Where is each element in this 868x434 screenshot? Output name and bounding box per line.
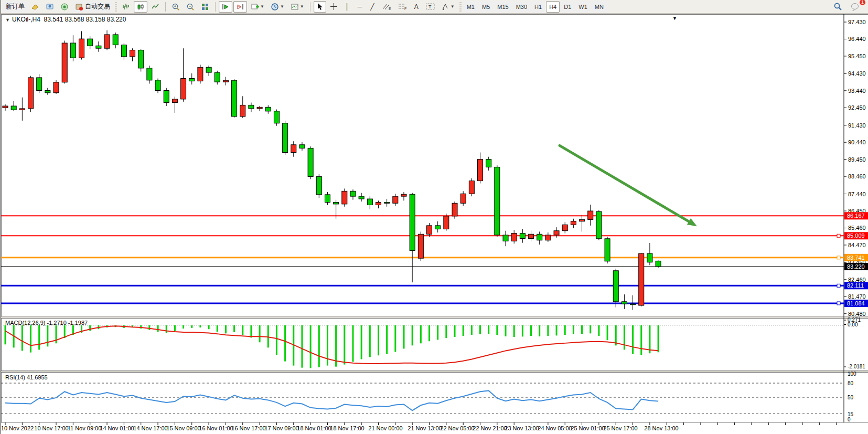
- svg-text:85.460: 85.460: [848, 225, 866, 231]
- tab-timeframe-m5[interactable]: M5: [479, 1, 493, 13]
- time-axis-label: 28 Nov 13:00: [644, 425, 678, 431]
- time-axis-label: 25 Nov 17:00: [603, 425, 637, 431]
- price-line-badge: 81.084: [844, 300, 868, 307]
- rsi-indicator-label: RSI(14) 41.6955: [5, 374, 48, 380]
- time-axis-label: 16 Nov 01:00: [199, 425, 233, 431]
- price-line-badge: 83.741: [844, 254, 868, 261]
- shift-marker: ▼: [672, 16, 677, 21]
- price-line-badge: 85.009: [844, 232, 868, 239]
- vertical-line-icon[interactable]: │: [341, 1, 353, 13]
- price-line-badge: 83.220: [844, 263, 868, 270]
- price-chart-canvas[interactable]: 97.43096.44095.45094.43093.44092.45091.4…: [1, 14, 868, 434]
- macd-indicator-label: MACD(12,26,9) -1.2710 -1.1987: [5, 320, 88, 326]
- time-axis-label: 23 Nov 13:00: [505, 425, 539, 431]
- crosshair-icon[interactable]: [327, 1, 340, 13]
- tile-windows-icon[interactable]: [198, 1, 212, 13]
- time-axis-label: 16 Nov 17:00: [231, 425, 265, 431]
- line-chart-icon[interactable]: [148, 1, 162, 13]
- arrows-icon[interactable]: ▼: [438, 1, 457, 13]
- time-axis-label: 24 Nov 05:00: [538, 425, 572, 431]
- time-axis[interactable]: 10 Nov 202210 Nov 17:0011 Nov 09:0014 No…: [1, 422, 837, 431]
- notification-badge: 1: [859, 0, 866, 6]
- collapse-arrow-icon[interactable]: ▼: [5, 17, 10, 23]
- svg-text:90.440: 90.440: [848, 139, 866, 145]
- template-icon: [291, 3, 299, 11]
- tab-timeframe-w1[interactable]: W1: [575, 1, 591, 13]
- svg-text:-2.0181: -2.0181: [848, 364, 865, 369]
- new-chart-button[interactable]: ▼: [248, 1, 267, 13]
- new-order-button[interactable]: 新订单: [3, 1, 27, 13]
- period-clock-icon: [271, 3, 279, 11]
- auto-trading-icon: [75, 3, 83, 11]
- time-axis-label: 15 Nov 09:00: [166, 425, 200, 431]
- svg-text:50: 50: [848, 395, 854, 400]
- chart-title: ▼UKOil-,H4 83.541 83.568 83.158 83.220: [5, 16, 126, 23]
- tab-timeframe-mn[interactable]: MN: [592, 1, 607, 13]
- time-axis-label: 21 Nov 13:00: [408, 425, 442, 431]
- svg-text:86.167: 86.167: [847, 213, 865, 219]
- market-watch-icon[interactable]: [43, 1, 57, 13]
- tab-timeframe-m30[interactable]: M30: [513, 1, 530, 13]
- cursor-icon[interactable]: [314, 1, 326, 13]
- time-axis-label: 18 Nov 17:00: [330, 425, 364, 431]
- mt4-window: 新订单 自动交易 ▼: [0, 0, 868, 434]
- price-line-badge: 82.111: [844, 282, 868, 289]
- bar-chart-icon[interactable]: [119, 1, 133, 13]
- signals-icon[interactable]: [58, 1, 71, 13]
- time-axis-label: 17 Nov 09:00: [264, 425, 298, 431]
- time-axis-label: 25 Nov 01:00: [571, 425, 605, 431]
- fibonacci-icon[interactable]: F: [395, 1, 410, 13]
- svg-text:81.470: 81.470: [848, 293, 866, 300]
- svg-text:83.220: 83.220: [847, 263, 865, 270]
- svg-text:82.111: 82.111: [847, 282, 864, 289]
- new-chart-icon: [251, 3, 259, 11]
- tab-timeframe-m1[interactable]: M1: [464, 1, 478, 13]
- auto-scroll-icon[interactable]: [219, 1, 232, 13]
- svg-text:93.440: 93.440: [848, 88, 866, 94]
- time-axis-label: 21 Nov 00:00: [368, 425, 402, 431]
- template-button[interactable]: ▼: [288, 1, 307, 13]
- chat-icon[interactable]: 1: [848, 1, 863, 13]
- equidistant-channel-icon[interactable]: E: [379, 1, 394, 13]
- trade-history-icon[interactable]: [28, 1, 42, 13]
- svg-text:82.460: 82.460: [848, 277, 866, 283]
- text-icon[interactable]: A: [411, 1, 422, 13]
- search-icon[interactable]: [831, 1, 845, 13]
- chart-shift-icon[interactable]: [233, 1, 247, 13]
- time-axis-label: 11 Nov 09:00: [68, 425, 102, 431]
- tab-timeframe-m15[interactable]: M15: [494, 1, 511, 13]
- trendline-icon[interactable]: ╱: [367, 1, 378, 13]
- tab-timeframe-h1[interactable]: H1: [531, 1, 545, 13]
- svg-text:84.470: 84.470: [848, 242, 866, 248]
- toolbar: 新订单 自动交易 ▼: [1, 0, 868, 14]
- svg-text:83.741: 83.741: [847, 255, 865, 261]
- zoom-in-icon[interactable]: [169, 1, 183, 13]
- time-axis-label: 14 Nov 17:00: [133, 425, 167, 431]
- svg-text:0: 0: [848, 417, 851, 422]
- tab-timeframe-h4[interactable]: H4: [546, 1, 560, 13]
- svg-text:85.009: 85.009: [847, 232, 865, 239]
- svg-text:F: F: [404, 7, 406, 10]
- svg-text:87.440: 87.440: [848, 191, 866, 197]
- svg-text:97.430: 97.430: [848, 19, 866, 25]
- svg-text:96.440: 96.440: [848, 36, 866, 42]
- svg-text:95.450: 95.450: [848, 53, 866, 59]
- svg-text:T: T: [428, 4, 432, 9]
- time-axis-label: 22 Nov 21:00: [473, 425, 507, 431]
- zoom-out-icon[interactable]: [184, 1, 197, 13]
- tab-timeframe-d1[interactable]: D1: [561, 1, 574, 13]
- candlestick-chart-icon[interactable]: [134, 1, 147, 13]
- time-axis-label: 10 Nov 2022: [1, 425, 34, 431]
- ohlc-readout: 83.541 83.568 83.158 83.220: [44, 16, 126, 23]
- toolbar-grip: [115, 2, 117, 12]
- horizontal-line-icon[interactable]: ─: [354, 1, 366, 13]
- svg-text:91.430: 91.430: [848, 122, 866, 129]
- period-clock-button[interactable]: ▼: [268, 1, 287, 13]
- svg-text:88.460: 88.460: [848, 173, 866, 179]
- toolbar-grip: [459, 2, 462, 12]
- auto-trading-label: 自动交易: [85, 2, 110, 11]
- svg-text:15: 15: [848, 411, 854, 417]
- text-label-icon[interactable]: T: [423, 1, 437, 13]
- auto-trading-button[interactable]: 自动交易: [72, 1, 113, 13]
- svg-text:92.450: 92.450: [848, 104, 866, 111]
